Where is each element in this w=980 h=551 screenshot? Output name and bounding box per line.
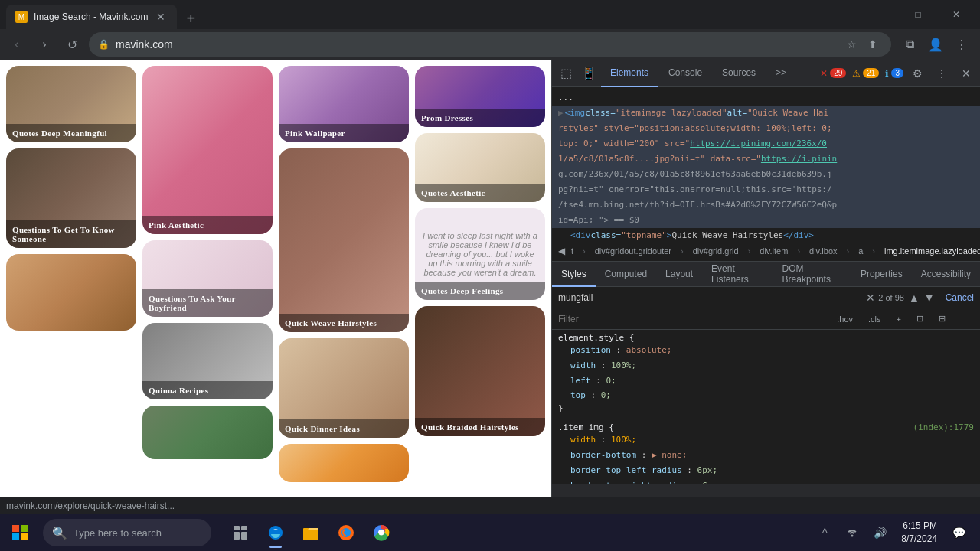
tab-area: M Image Search - Mavink.com ✕ +	[6, 0, 856, 29]
pin-item[interactable]	[279, 444, 409, 482]
error-badge-group: ✕ 29	[820, 68, 846, 79]
devtools-search-input[interactable]	[558, 292, 863, 303]
taskbar-network-icon[interactable]	[840, 520, 864, 545]
new-tab-button[interactable]: +	[180, 8, 201, 29]
pin-item[interactable]: I went to sleep last night with a smile …	[415, 208, 545, 300]
taskbar-search-icon: 🔍	[52, 526, 67, 540]
devtools-tab-more[interactable]: >>	[766, 60, 795, 87]
devtools-search-cancel-button[interactable]: Cancel	[939, 292, 974, 303]
info-badge-group: ℹ 3	[885, 68, 903, 79]
taskbar-search-bar[interactable]: 🔍 Type here to search	[43, 519, 211, 546]
svg-point-14	[851, 535, 854, 537]
css-tab-styles[interactable]: Styles	[552, 262, 596, 287]
css-tab-properties[interactable]: Properties	[851, 262, 912, 287]
css-rule-element-style: element.style { position : absolute; wid…	[552, 330, 980, 419]
url-actions: ☆ ⬆	[842, 35, 882, 54]
close-button[interactable]: ✕	[939, 0, 974, 29]
profile-button[interactable]: 👤	[923, 32, 948, 57]
file-explorer-icon	[302, 523, 320, 542]
pin-item[interactable]: Pink Aesthetic	[142, 66, 273, 234]
devtools-search-clear-icon[interactable]: ✕	[866, 292, 875, 304]
svg-rect-3	[21, 533, 28, 540]
pin-item[interactable]: Quick Weave Hairstyles	[279, 148, 409, 332]
css-tabs: Styles Computed Layout Event Listeners D…	[552, 262, 980, 287]
taskbar-chevron-button[interactable]: ^	[812, 520, 837, 545]
selector-item-t[interactable]: t	[568, 245, 577, 257]
minimize-button[interactable]: ─	[862, 0, 897, 29]
devtools-tab-console[interactable]: Console	[659, 60, 711, 87]
forward-button[interactable]: ›	[34, 34, 55, 55]
selector-item-gridout[interactable]: div#gridout.gridouter	[592, 245, 675, 257]
svg-rect-0	[12, 525, 19, 532]
taskbar-app-chrome[interactable]	[364, 516, 398, 549]
taskbar-volume-icon[interactable]: 🔊	[867, 520, 892, 545]
filter-box[interactable]: ⊡	[912, 312, 928, 325]
url-bar[interactable]: 🔒 mavink.com ☆ ⬆	[89, 32, 891, 57]
maximize-button[interactable]: □	[900, 0, 936, 29]
devtools-tab-sources[interactable]: Sources	[713, 60, 765, 87]
devtools-inspect-icon[interactable]: ⬚	[555, 63, 577, 84]
devtools-vertical-dots[interactable]: ⋮	[931, 63, 952, 84]
pin-item[interactable]: Quick Dinner Ideas	[279, 338, 409, 438]
browser-tab[interactable]: M Image Search - Mavink.com ✕	[6, 5, 177, 29]
svg-rect-6	[234, 532, 240, 540]
css-tab-accessibility[interactable]: Accessibility	[912, 262, 980, 287]
back-button[interactable]: ‹	[6, 34, 28, 55]
pin-item[interactable]: Prom Dresses	[415, 66, 545, 127]
pin-item[interactable]: Questions To Ask Your Boyfriend	[142, 240, 273, 317]
selector-item-item[interactable]: div.item	[756, 245, 791, 257]
reload-button[interactable]: ↺	[61, 34, 83, 55]
selector-nav-left[interactable]: ◀	[558, 246, 565, 256]
pin-item[interactable]	[142, 406, 273, 459]
taskbar-app-task-view[interactable]	[224, 516, 257, 549]
css-tab-layout[interactable]: Layout	[656, 262, 702, 287]
devtools-search-navigation: ▲ ▼	[907, 292, 936, 304]
filter-cls[interactable]: .cls	[864, 313, 886, 325]
tab-title: Image Search - Mavink.com	[34, 11, 148, 22]
filter-more[interactable]: ⋯	[956, 312, 974, 325]
bookmark-icon[interactable]: ☆	[842, 35, 861, 54]
css-tab-computed[interactable]: Computed	[596, 262, 656, 287]
devtools-close-icon[interactable]: ✕	[956, 63, 977, 84]
share-icon[interactable]: ⬆	[864, 35, 882, 54]
pin-item[interactable]: Pink Wallpaper	[279, 66, 409, 142]
devtools-settings-icon[interactable]: ⚙	[906, 63, 928, 84]
devtools-device-icon[interactable]: 📱	[578, 63, 599, 84]
selector-item-img[interactable]: img.itemimage.lazyloaded	[881, 245, 980, 257]
address-bar: ‹ › ↺ 🔒 mavink.com ☆ ⬆ ⧉ 👤 ⋮	[0, 29, 980, 60]
content-area: Quotes Deep Meaningful Questions To Get …	[0, 60, 980, 497]
taskbar-app-file-explorer[interactable]	[294, 516, 328, 549]
css-tab-dom-breakpoints[interactable]: DOM Breakpoints	[773, 262, 851, 287]
menu-button[interactable]: ⋮	[949, 32, 974, 57]
selector-item-a[interactable]: a	[855, 245, 866, 257]
selector-item-ibox[interactable]: div.ibox	[806, 245, 840, 257]
taskbar-right-area: ^ 🔊 6:15 PM 8/7/2024 💬	[812, 520, 977, 546]
pin-item[interactable]: Quotes Aesthetic	[415, 133, 545, 202]
pin-item[interactable]: Quick Braided Hairstyles	[415, 306, 545, 436]
selector-sep-1: ›	[580, 245, 589, 257]
devtools-tab-elements[interactable]: Elements	[601, 60, 658, 87]
taskbar-app-firefox[interactable]	[329, 516, 363, 549]
selector-item-grid[interactable]: div#grid.grid	[690, 245, 742, 257]
pin-item[interactable]: Quotes Deep Meaningful	[6, 66, 136, 142]
css-tab-event-listeners[interactable]: Event Listeners	[702, 262, 773, 287]
filter-hov[interactable]: :hov	[832, 313, 858, 325]
extensions-button[interactable]: ⧉	[897, 32, 922, 57]
css-source-item-img: (index):1779	[913, 422, 974, 432]
taskbar-notification-icon[interactable]: 💬	[946, 520, 971, 545]
pin-item[interactable]: Quinoa Recipes	[142, 323, 273, 399]
filter-grid[interactable]: ⊞	[934, 312, 950, 325]
start-button[interactable]	[3, 516, 37, 549]
filter-add[interactable]: +	[892, 313, 906, 325]
filter-input[interactable]	[558, 314, 826, 324]
pin-item[interactable]: Questions To Get To Know Someone	[6, 148, 136, 248]
taskbar-app-edge[interactable]	[259, 516, 292, 549]
pin-item[interactable]	[6, 254, 136, 331]
taskbar-clock[interactable]: 6:15 PM 8/7/2024	[895, 520, 943, 546]
devtools-search-next-button[interactable]: ▼	[923, 292, 936, 304]
tab-close-button[interactable]: ✕	[154, 10, 168, 24]
code-line-selected[interactable]: ▶ <img class="itemimage lazyloaded" alt=…	[552, 106, 980, 121]
devtools-search-prev-button[interactable]: ▲	[907, 292, 921, 304]
pin-label: Quotes Deep Feelings	[415, 282, 545, 300]
code-line-2: rstyles" style="position:absolute;width:…	[552, 121, 980, 136]
